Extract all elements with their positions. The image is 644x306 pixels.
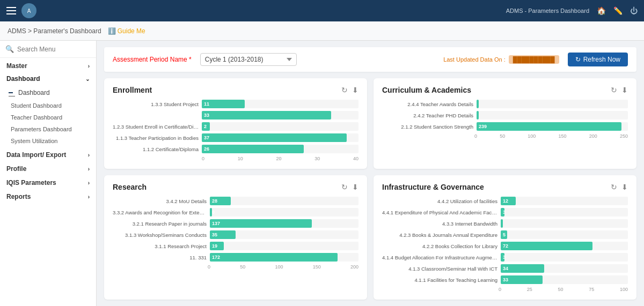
bar-row: 33 — [113, 111, 358, 120]
sidebar-search-container[interactable]: 🔍 — [0, 41, 96, 58]
sidebar-item-parameters-dashboard[interactable]: Parameters Dashboard — [0, 123, 96, 135]
bar-row: 1.1.3 Teacher Participation in Bodies 37 — [113, 133, 358, 142]
period-select[interactable]: Cycle 1 (2013-2018) Cycle 2 (2018-2023) — [200, 53, 297, 66]
x-label: 10 — [238, 156, 243, 161]
sidebar-item-profile[interactable]: Profile › — [0, 161, 96, 175]
last-updated-container: Last Updated Data On : ██████████ — [443, 55, 559, 64]
bar-value: 37 — [204, 135, 209, 140]
x-label: 0 — [208, 264, 210, 270]
curriculum-actions: ↻ ⬇ — [611, 86, 628, 94]
bar-label: 4.1.3 Classroom/Seminar Hall With ICT — [382, 266, 497, 272]
bar-label: 4.1.4 Budget Allocation For Infrastructu… — [382, 255, 497, 260]
bar-value: 137 — [212, 221, 220, 226]
sidebar-item-iqis[interactable]: IQIS Parameters › — [0, 175, 96, 189]
bar-fill — [501, 219, 503, 228]
bar-fill: 19 — [210, 242, 224, 250]
bar-fill — [477, 100, 479, 108]
bar-label: 2.4.2 Teacher PHD Details — [382, 113, 473, 118]
edit-icon[interactable]: ✏️ — [613, 6, 623, 15]
sidebar-dashboard-group: Dashboard ⌄ — [0, 72, 96, 86]
bar-row: 1.1.2 Certificate/Diploma 26 — [113, 145, 358, 153]
search-icon: 🔍 — [5, 45, 14, 53]
sidebar-item-dashboard-main[interactable]: — Dashboard — [0, 86, 96, 100]
enrollment-download-btn[interactable]: ⬇ — [352, 86, 358, 94]
bar-label: 1.3.3 Student Project — [113, 101, 199, 107]
bar-label: 4.4.2 Utilization of facilities — [382, 198, 497, 204]
x-axis: 0 50 100 150 200 250 — [382, 133, 628, 139]
master-label: Master — [6, 62, 27, 70]
enrollment-chart: 1.3.3 Student Project 11 33 — [113, 100, 358, 161]
bar-track: 33 — [501, 275, 628, 284]
sidebar-item-student-dashboard[interactable]: Student Dashboard — [0, 100, 96, 111]
x-label: 75 — [589, 287, 594, 292]
hamburger-menu[interactable] — [6, 7, 16, 14]
reports-label: Reports — [6, 193, 31, 200]
bar-row: 3.1.1 Research Project 19 — [113, 242, 358, 250]
sidebar-item-system-utilization[interactable]: System Utilization — [0, 135, 96, 147]
x-label: 250 — [620, 133, 628, 139]
enrollment-card: Enrollment ↻ ⬇ 1.3.3 Student Project 11 — [104, 78, 367, 169]
sidebar-item-data-import[interactable]: Data Import/ Export › — [0, 147, 96, 161]
x-label: 150 — [559, 133, 567, 139]
bar-row: 3.2.1 Research Paper in journals 137 — [113, 219, 358, 228]
bar-track: 172 — [210, 253, 358, 262]
guide-me-button[interactable]: ℹ️ Guide Me — [108, 27, 145, 35]
infrastructure-refresh-btn[interactable]: ↻ — [611, 183, 617, 191]
bar-fill — [477, 111, 479, 120]
x-label: 50 — [558, 287, 563, 292]
bar-fill: 72 — [501, 242, 592, 250]
bar-label: 11. 331 — [113, 255, 207, 260]
bar-label: 1.2.3 Student Enroll in Certificate/Dipl… — [113, 124, 199, 130]
bar-label: 4.2.3 Books & Journals Annual Expenditur… — [382, 232, 497, 238]
bar-value: 33 — [204, 113, 209, 118]
bar-value: 5 — [503, 232, 506, 237]
infrastructure-download-btn[interactable]: ⬇ — [621, 183, 628, 191]
home-icon[interactable]: 🏠 — [597, 6, 606, 15]
search-input[interactable] — [17, 46, 91, 53]
dashboard-label: Dashboard — [6, 75, 40, 83]
research-download-btn[interactable]: ⬇ — [352, 183, 358, 191]
bar-label: 4.3.3 Internet Bandwidth — [382, 221, 497, 227]
last-updated-value: ██████████ — [509, 55, 559, 64]
enrollment-header: Enrollment ↻ ⬇ — [113, 86, 358, 94]
bar-track: 33 — [202, 111, 358, 120]
bar-track: 37 — [202, 133, 358, 142]
teacher-dashboard-label: Teacher Dashboard — [11, 114, 62, 121]
bar-row: 4.4.1 Expenditure of Physical And Academ… — [382, 208, 628, 217]
bar-track: 239 — [477, 122, 628, 131]
bar-track: 28 — [210, 197, 358, 205]
bar-value: 26 — [204, 146, 209, 152]
bar-label: 2.4.4 Teacher Awards Details — [382, 101, 473, 107]
sidebar-item-teacher-dashboard[interactable]: Teacher Dashboard — [0, 111, 96, 123]
infrastructure-card: Infrastructure & Governance ↻ ⬇ 4.4.2 Ut… — [374, 175, 636, 300]
bar-value: 12 — [503, 198, 508, 204]
bar-row: 4.2.3 Books & Journals Annual Expenditur… — [382, 230, 628, 239]
x-axis: 0 25 50 75 100 — [382, 287, 628, 292]
curriculum-download-btn[interactable]: ⬇ — [621, 86, 628, 94]
bar-fill: 37 — [202, 133, 347, 142]
enrollment-refresh-btn[interactable]: ↻ — [341, 86, 348, 94]
bar-track: 26 — [202, 145, 358, 153]
breadcrumb: ADMS > Parameter's Dashboard — [8, 27, 101, 35]
filter-bar: Assessment Period Name * Cycle 1 (2013-2… — [104, 47, 636, 72]
x-label: 150 — [313, 264, 321, 270]
refresh-button[interactable]: ↻ Refresh Now — [568, 53, 628, 66]
parameters-dashboard-label: Parameters Dashboard — [11, 126, 72, 132]
bar-label: 3.1.1 Research Project — [113, 243, 207, 249]
sidebar-item-master[interactable]: Master › — [0, 58, 96, 72]
power-icon[interactable]: ⏻ — [630, 6, 638, 15]
bar-row: 4.1.3 Classroom/Seminar Hall With ICT 34 — [382, 264, 628, 273]
chevron-icon-3: › — [88, 166, 90, 172]
bar-track: 34 — [501, 264, 628, 273]
bar-row: 11. 331 172 — [113, 253, 358, 262]
bar-track: 19 — [210, 242, 358, 250]
sidebar-item-reports[interactable]: Reports › — [0, 189, 96, 203]
chevron-icon-2: › — [88, 152, 90, 158]
bar-label: 3.4.2 MoU Details — [113, 198, 207, 204]
research-refresh-btn[interactable]: ↻ — [341, 183, 348, 191]
profile-label: Profile — [6, 165, 26, 173]
curriculum-card: Curriculum & Academics ↻ ⬇ 2.4.4 Teacher… — [374, 78, 636, 169]
curriculum-refresh-btn[interactable]: ↻ — [611, 86, 617, 94]
bar-fill: 2 — [202, 122, 210, 131]
curriculum-header: Curriculum & Academics ↻ ⬇ — [382, 86, 628, 94]
